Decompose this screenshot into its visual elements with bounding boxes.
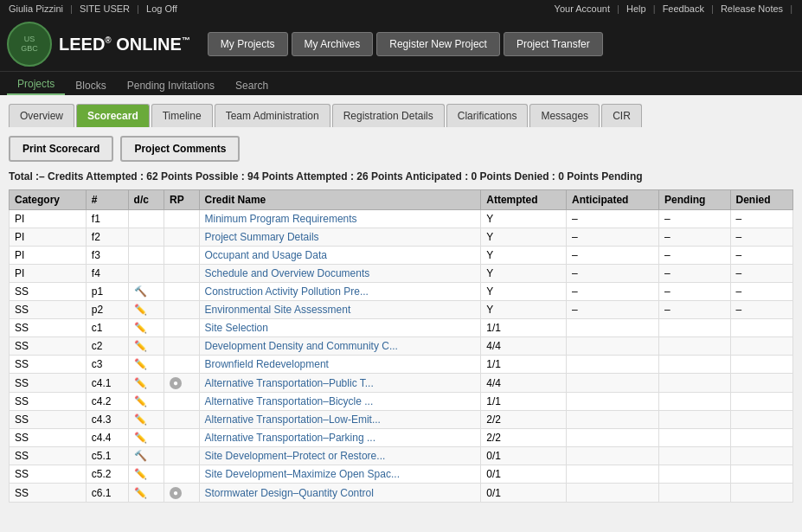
logoff-link[interactable]: Log Off <box>146 3 177 14</box>
cell-category: SS <box>10 337 87 356</box>
cell-anticipated <box>567 393 659 411</box>
cell-category: SS <box>10 484 87 503</box>
col-credit-name: Credit Name <box>199 190 481 210</box>
cell-category: SS <box>10 447 87 465</box>
cell-credit-name[interactable]: Environmental Site Assessment <box>199 301 481 319</box>
feedback-link[interactable]: Feedback <box>663 3 704 14</box>
table-row: SS c4.4 ✏️ Alternative Transportation–Pa… <box>10 429 793 447</box>
tab-clarifications[interactable]: Clarifications <box>446 104 529 127</box>
help-link[interactable]: Help <box>626 3 646 14</box>
cell-credit-name[interactable]: Alternative Transportation–Public T... <box>199 374 481 393</box>
cell-credit-name[interactable]: Alternative Transportation–Bicycle ... <box>199 393 481 411</box>
table-row: PI f4 Schedule and Overview Documents Y … <box>10 265 793 283</box>
cell-anticipated <box>567 411 659 429</box>
cell-credit-name[interactable]: Alternative Transportation–Parking ... <box>199 429 481 447</box>
cell-category: SS <box>10 283 87 301</box>
cell-category: PI <box>10 247 87 265</box>
credit-link[interactable]: Development Density and Community C... <box>205 340 398 352</box>
your-account-link[interactable]: Your Account <box>555 3 610 14</box>
tab-overview[interactable]: Overview <box>9 104 74 127</box>
cell-attempted: Y <box>481 228 567 247</box>
credit-link[interactable]: Site Selection <box>205 322 268 334</box>
cell-denied: – <box>730 228 792 247</box>
my-archives-button[interactable]: My Archives <box>292 32 374 56</box>
sub-nav-pending-invitations[interactable]: Pending Invitations <box>117 76 225 95</box>
cell-rp <box>164 465 200 484</box>
sub-nav-search[interactable]: Search <box>225 76 279 95</box>
main-nav: My Projects My Archives Register New Pro… <box>208 32 603 56</box>
cell-pending: – <box>659 283 730 301</box>
credit-link[interactable]: Site Development–Protect or Restore... <box>205 450 386 462</box>
cell-attempted: Y <box>481 301 567 319</box>
dc-icon: ✏️ <box>134 432 147 444</box>
cell-rp <box>164 247 200 265</box>
tab-messages[interactable]: Messages <box>529 104 600 127</box>
cell-num: p2 <box>86 301 128 319</box>
register-new-project-button[interactable]: Register New Project <box>376 32 500 56</box>
cell-dc: ✏️ <box>128 429 164 447</box>
my-projects-button[interactable]: My Projects <box>208 32 288 56</box>
cell-credit-name[interactable]: Minimum Program Requirements <box>199 210 481 228</box>
credit-link[interactable]: Project Summary Details <box>205 231 319 243</box>
project-transfer-button[interactable]: Project Transfer <box>504 32 603 56</box>
online-label: ONLINE <box>116 35 182 54</box>
cell-dc: ✏️ <box>128 484 164 503</box>
cell-num: c5.2 <box>86 465 128 484</box>
credit-link[interactable]: Stormwater Design–Quantity Control <box>205 487 374 499</box>
release-notes-link[interactable]: Release Notes <box>721 3 783 14</box>
sub-nav-blocks[interactable]: Blocks <box>65 76 116 95</box>
cell-credit-name[interactable]: Site Development–Protect or Restore... <box>199 447 481 465</box>
credit-link[interactable]: Environmental Site Assessment <box>205 304 351 316</box>
credit-link[interactable]: Brownfield Redevelopment <box>205 358 329 370</box>
cell-credit-name[interactable]: Stormwater Design–Quantity Control <box>199 484 481 503</box>
sub-nav-projects[interactable]: Projects <box>7 74 65 95</box>
project-comments-button[interactable]: Project Comments <box>120 136 240 162</box>
dc-icon: ✏️ <box>134 340 147 352</box>
cell-pending: – <box>659 228 730 247</box>
credit-link[interactable]: Occupant and Usage Data <box>205 249 327 261</box>
tab-cir[interactable]: CIR <box>601 104 642 127</box>
cell-rp <box>164 429 200 447</box>
table-row: SS c6.1 ✏️ ● Stormwater Design–Quantity … <box>10 484 793 503</box>
cell-credit-name[interactable]: Schedule and Overview Documents <box>199 265 481 283</box>
cell-credit-name[interactable]: Project Summary Details <box>199 228 481 247</box>
credit-link[interactable]: Schedule and Overview Documents <box>205 267 370 279</box>
cell-category: SS <box>10 301 87 319</box>
col-rp: RP <box>164 190 200 210</box>
dc-icon: ✏️ <box>134 304 147 316</box>
credit-link[interactable]: Construction Activity Pollution Pre... <box>205 285 369 298</box>
cell-credit-name[interactable]: Site Development–Maximize Open Spac... <box>199 465 481 484</box>
credit-link[interactable]: Alternative Transportation–Parking ... <box>205 432 375 444</box>
cell-credit-name[interactable]: Occupant and Usage Data <box>199 247 481 265</box>
cell-credit-name[interactable]: Construction Activity Pollution Pre... <box>199 283 481 301</box>
cell-credit-name[interactable]: Site Selection <box>199 319 481 337</box>
print-scorecard-button[interactable]: Print Scorecard <box>9 136 113 162</box>
cell-dc <box>128 210 164 228</box>
table-row: SS c5.1 🔨 Site Development–Protect or Re… <box>10 447 793 465</box>
cell-num: c4.1 <box>86 374 128 393</box>
table-row: SS c2 ✏️ Development Density and Communi… <box>10 337 793 356</box>
cell-category: SS <box>10 465 87 484</box>
tab-timeline[interactable]: Timeline <box>151 104 213 127</box>
cell-attempted: Y <box>481 247 567 265</box>
cell-attempted: 1/1 <box>481 319 567 337</box>
cell-rp <box>164 337 200 356</box>
tab-scorecard[interactable]: Scorecard <box>76 104 150 127</box>
cell-denied: – <box>730 210 792 228</box>
credit-link[interactable]: Alternative Transportation–Low-Emit... <box>205 413 381 426</box>
credit-link[interactable]: Site Development–Maximize Open Spac... <box>205 468 400 480</box>
cell-dc: ✏️ <box>128 411 164 429</box>
cell-credit-name[interactable]: Alternative Transportation–Low-Emit... <box>199 411 481 429</box>
col-anticipated: Anticipated <box>567 190 659 210</box>
credit-link[interactable]: Minimum Program Requirements <box>205 213 357 225</box>
tab-team-administration[interactable]: Team Administration <box>215 104 330 127</box>
table-row: PI f2 Project Summary Details Y – – – <box>10 228 793 247</box>
cell-dc <box>128 265 164 283</box>
credit-link[interactable]: Alternative Transportation–Public T... <box>205 377 374 389</box>
cell-credit-name[interactable]: Brownfield Redevelopment <box>199 356 481 374</box>
cell-attempted: 1/1 <box>481 393 567 411</box>
cell-denied: – <box>730 247 792 265</box>
credit-link[interactable]: Alternative Transportation–Bicycle ... <box>205 395 374 407</box>
cell-credit-name[interactable]: Development Density and Community C... <box>199 337 481 356</box>
tab-registration-details[interactable]: Registration Details <box>332 104 445 127</box>
